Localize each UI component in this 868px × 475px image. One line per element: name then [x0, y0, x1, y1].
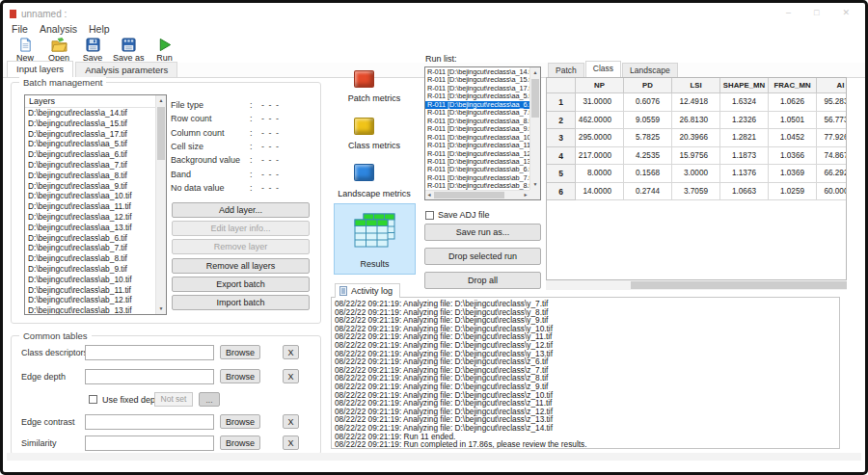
similarity-input[interactable]	[85, 435, 214, 451]
edge-depth-input[interactable]	[85, 369, 214, 384]
layer-item[interactable]: D:\bejingcut\reclass\ab_6.tif	[25, 233, 155, 244]
run-item[interactable]: R-011 [D:\bejingcut\reclass\aa_12.tif]	[425, 150, 529, 158]
layer-item[interactable]: D:\bejingcut\reclass\aa_11.tif	[25, 201, 155, 212]
run-item[interactable]: R-011 [D:\bejingcut\reclass\aa_11.tif]	[425, 142, 529, 149]
edge-depth-browse-button[interactable]: Browse	[220, 369, 260, 383]
table-row[interactable]: 5 8.0000 0.1568 3.0000 1.1376 1.0369 66.…	[547, 165, 846, 183]
menu-item[interactable]: Help	[89, 23, 110, 35]
edge-contrast-input[interactable]	[85, 414, 214, 430]
layer-item[interactable]: D:\bejingcut\reclass\ab_7.tif	[25, 243, 155, 253]
similarity-clear-button[interactable]: X	[283, 435, 299, 450]
run-item[interactable]: R-011 [D:\bejingcut\reclass\ab_8.tif]	[425, 182, 529, 190]
layer-item[interactable]: D:\bejingcut\reclass\aa_12.tif	[25, 212, 155, 223]
results-horizontal-scrollbar[interactable]	[546, 280, 847, 290]
layers-vertical-scrollbar[interactable]: ▲ ▼	[155, 95, 166, 314]
run-item[interactable]: R-011 [D:\bejingcut\reclass\aa_9.tif]	[425, 125, 529, 133]
similarity-browse-button[interactable]: Browse	[220, 435, 260, 450]
scroll-down-icon[interactable]: ▼	[530, 180, 540, 189]
table-row[interactable]: 2 462.0000 9.0559 26.8130 1.2326 1.0501 …	[547, 112, 846, 130]
landscape-metrics-icon[interactable]	[354, 164, 374, 181]
column-header[interactable]: AI	[817, 78, 847, 93]
layer-item[interactable]: D:\bejingcut\reclass\aa_7.tif	[25, 160, 155, 171]
edge-depth-clear-button[interactable]: X	[283, 369, 299, 383]
batch-button[interactable]: Import batch	[172, 295, 310, 310]
run-item[interactable]: R-011 [D:\bejingcut\reclass\a_17.tif]	[425, 85, 529, 92]
table-row[interactable]: 4 217.0000 4.2535 15.9756 1.1873 1.0366 …	[547, 147, 846, 166]
run-action-button[interactable]: Save run as...	[424, 224, 541, 241]
scroll-down-icon[interactable]: ▼	[156, 304, 166, 313]
batch-button[interactable]: Export batch	[172, 277, 310, 292]
run-item[interactable]: R-011 [D:\bejingcut\reclass\aa_13.tif]	[425, 158, 529, 166]
layer-item[interactable]: D:\bejingcut\reclass\a_14.tif	[25, 108, 155, 119]
layer-item[interactable]: D:\bejingcut\reclass\aa_13.tif	[25, 223, 155, 233]
menu-item[interactable]: File	[12, 23, 28, 35]
class-metrics-icon[interactable]	[354, 118, 374, 135]
run-item[interactable]: R-011 [D:\bejingcut\reclass\aa_7.tif]	[425, 109, 529, 117]
run-action-button[interactable]: Drop selected run	[424, 248, 541, 265]
save-as-button[interactable]: Save as	[111, 37, 147, 64]
activity-log-tab[interactable]: Activity log	[335, 283, 400, 298]
class-descriptors-clear-button[interactable]: X	[283, 345, 299, 359]
close-button[interactable]: ✕	[842, 8, 850, 17]
scroll-thumb[interactable]	[434, 192, 504, 198]
layers-column-header[interactable]: Layers	[25, 95, 155, 108]
batch-button[interactable]: Edit layer info...	[172, 221, 310, 236]
menu-item[interactable]: Analysis	[40, 23, 77, 35]
new-button[interactable]: New	[10, 37, 41, 64]
run-item[interactable]: R-011 [D:\bejingcut\reclass\ab_6.tif]	[425, 166, 529, 173]
run-item[interactable]: R-011 [D:\bejingcut\reclass\aa_5.tif]	[425, 92, 529, 100]
batch-button[interactable]: Add layer...	[172, 202, 310, 218]
run-button[interactable]: Run	[149, 37, 180, 64]
results-tab[interactable]: Class	[585, 61, 621, 77]
column-header[interactable]: LSI	[672, 78, 720, 93]
open-button[interactable]: Open	[43, 37, 74, 64]
edge-contrast-clear-button[interactable]: X	[283, 414, 299, 429]
layer-item[interactable]: D:\bejingcut\reclass\aa_8.tif	[25, 171, 155, 181]
scroll-right-icon[interactable]: ▸	[522, 191, 529, 199]
layer-item[interactable]: D:\bejingcut\reclass\ab_8.tif	[25, 253, 155, 264]
fixed-depth-more-button[interactable]: ...	[199, 392, 220, 407]
landscape-metrics-label[interactable]: Landscape metrics	[328, 189, 420, 198]
layer-item[interactable]: D:\bejingcut\reclass\ab_13.tif	[25, 305, 155, 314]
column-header[interactable]: NP	[576, 78, 624, 93]
run-horizontal-scrollbar[interactable]: ◂ ▸	[425, 190, 529, 199]
class-descriptors-input[interactable]	[85, 345, 214, 360]
use-fixed-depth-checkbox[interactable]	[89, 395, 97, 404]
patch-metrics-icon[interactable]	[354, 70, 374, 88]
main-tab[interactable]: Input layers	[7, 61, 73, 77]
table-row[interactable]: 1 31.0000 0.6076 12.4918 1.6324 1.0626 9…	[547, 93, 846, 112]
layer-item[interactable]: D:\bejingcut\reclass\ab_10.tif	[25, 275, 155, 285]
layers-listbox[interactable]: Layers D:\bejingcut\reclass\a_14.tifD:\b…	[24, 94, 167, 315]
layer-item[interactable]: D:\bejingcut\reclass\aa_10.tif	[25, 191, 155, 201]
table-row[interactable]: 6 14.0000 0.2744 3.7059 1.0663 1.0259 60…	[547, 183, 846, 201]
layer-item[interactable]: D:\bejingcut\reclass\ab_12.tif	[25, 295, 155, 305]
main-tab[interactable]: Analysis parameters	[75, 62, 177, 77]
run-item[interactable]: R-011 [D:\bejingcut\reclass\a_15.tif]	[425, 76, 529, 84]
layer-item[interactable]: D:\bejingcut\reclass\ab_9.tif	[25, 264, 155, 275]
run-listbox[interactable]: R-011 [D:\bejingcut\reclass\a_14.tif]R-0…	[424, 66, 541, 200]
scroll-left-icon[interactable]: ◂	[425, 191, 433, 199]
maximize-button[interactable]: □	[814, 8, 819, 17]
column-header[interactable]: SHAPE_MN	[720, 78, 769, 93]
layer-item[interactable]: D:\bejingcut\reclass\aa_6.tif	[25, 149, 155, 160]
run-item[interactable]: R-011 [D:\bejingcut\reclass\aa_6.tif]	[425, 101, 529, 109]
run-action-button[interactable]: Drop all	[424, 272, 541, 289]
class-descriptors-browse-button[interactable]: Browse	[220, 345, 260, 359]
save-button[interactable]: Save	[77, 37, 108, 64]
save-adj-checkbox[interactable]	[425, 211, 434, 220]
table-row[interactable]: 3 295.0000 5.7825 20.3966 1.2821 1.0452 …	[547, 129, 846, 147]
scroll-thumb[interactable]	[157, 107, 165, 160]
run-item[interactable]: R-011 [D:\bejingcut\reclass\ab_7.tif]	[425, 174, 529, 182]
scroll-up-icon[interactable]: ▲	[530, 68, 540, 77]
batch-button[interactable]: Remove layer	[172, 239, 310, 254]
layer-item[interactable]: D:\bejingcut\reclass\a_15.tif	[25, 119, 155, 129]
layer-item[interactable]: D:\bejingcut\reclass\ab_11.tif	[25, 285, 155, 296]
run-item[interactable]: R-011 [D:\bejingcut\reclass\a_14.tif]	[425, 68, 529, 76]
results-nav-item[interactable]: Results	[334, 203, 416, 275]
run-vertical-scrollbar[interactable]: ▲ ▼	[529, 67, 540, 190]
minimize-button[interactable]: –	[786, 8, 791, 17]
class-metrics-label[interactable]: Class metrics	[328, 141, 420, 150]
patch-metrics-label[interactable]: Patch metrics	[328, 93, 420, 103]
results-tab[interactable]: Landscape	[622, 63, 678, 77]
layer-item[interactable]: D:\bejingcut\reclass\aa_9.tif	[25, 181, 155, 192]
